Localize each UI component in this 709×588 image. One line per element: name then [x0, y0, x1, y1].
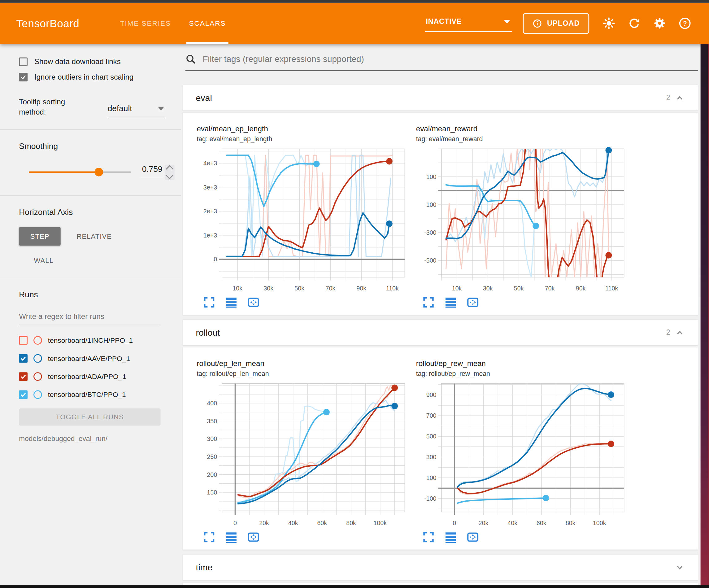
chart-toolbar — [422, 296, 629, 308]
tab-scalars[interactable]: SCALARS — [180, 3, 235, 44]
run-checkbox[interactable] — [19, 372, 28, 381]
fit-domain-icon[interactable] — [247, 296, 259, 308]
toggle-all-runs-button[interactable]: TOGGLE ALL RUNS — [19, 408, 160, 426]
stepper-down-icon[interactable] — [166, 172, 174, 179]
info-icon — [532, 18, 542, 28]
expand-chart-icon[interactable] — [203, 296, 215, 308]
run-row-1inch[interactable]: tensorboard/1INCH/PPO_1 — [19, 331, 181, 349]
expand-chart-icon[interactable] — [203, 531, 215, 543]
section-body-eval: eval/mean_ep_length tag: eval/mean_ep_le… — [183, 112, 698, 315]
line-chart[interactable]: -100100300500700900020k40k60k80k100k — [416, 379, 629, 529]
line-chart[interactable]: 150200250300350400020k40k60k80k100k — [196, 379, 409, 529]
smoothing-label: Smoothing — [19, 142, 181, 151]
svg-text:70k: 70k — [325, 285, 335, 292]
refresh-icon[interactable] — [628, 17, 640, 29]
section-body-rollout: rollout/ep_len_mean tag: rollout/ep_len_… — [183, 347, 698, 550]
section-header-eval[interactable]: eval 2 — [183, 84, 698, 111]
run-row-aave[interactable]: tensorboard/AAVE/PPO_1 — [19, 349, 181, 367]
collapse-chevron-icon — [674, 562, 685, 572]
show-download-links-checkbox[interactable] — [19, 58, 28, 66]
axis-option-step[interactable]: STEP — [19, 227, 61, 246]
section-header-rollout[interactable]: rollout 2 — [183, 319, 698, 346]
run-color-circle[interactable] — [33, 390, 42, 399]
smoothing-stepper[interactable] — [165, 164, 175, 180]
svg-text:0: 0 — [233, 519, 237, 527]
chart-title: eval/mean_reward — [416, 125, 629, 133]
smoothing-value-input[interactable]: 0.759 — [141, 164, 164, 178]
main-content: eval 2 eval/mean_ep_length tag: eval/mea… — [181, 44, 700, 585]
ignore-outliers-checkbox[interactable] — [19, 73, 28, 81]
tab-time-series[interactable]: TIME SERIES — [111, 3, 180, 44]
svg-text:1e+3: 1e+3 — [203, 232, 217, 239]
svg-text:0: 0 — [453, 519, 456, 527]
fit-domain-icon[interactable] — [247, 531, 259, 543]
run-row-ada[interactable]: tensorboard/ADA/PPO_1 — [19, 367, 181, 385]
axis-option-wall[interactable]: WALL — [34, 253, 181, 267]
svg-text:70k: 70k — [545, 285, 555, 292]
settings-sidebar: Show data download links Ignore outliers… — [0, 44, 181, 585]
runs-table-icon[interactable] — [225, 531, 237, 543]
run-checkbox[interactable] — [19, 354, 28, 363]
chart-tag: tag: eval/mean_reward — [416, 135, 629, 143]
smoothing-slider[interactable] — [29, 172, 131, 173]
svg-text:100: 100 — [426, 173, 437, 180]
svg-text:300: 300 — [426, 454, 437, 460]
upload-button[interactable]: UPLOAD — [523, 13, 589, 34]
line-chart[interactable]: 100-100-300-50010k30k50k70k90k110k — [416, 144, 629, 295]
run-checkbox[interactable] — [19, 336, 28, 344]
expand-chart-icon[interactable] — [422, 296, 435, 308]
settings-gear-icon[interactable] — [654, 17, 666, 29]
runs-table-icon[interactable] — [225, 296, 237, 308]
run-row-btc[interactable]: tensorboard/BTC/PPO_1 — [19, 385, 181, 404]
svg-text:50k: 50k — [294, 285, 304, 292]
status-dropdown[interactable]: INACTIVE — [425, 15, 512, 32]
section-title: rollout — [196, 327, 220, 338]
show-download-links-row[interactable]: Show data download links — [19, 58, 181, 66]
runs-list: tensorboard/1INCH/PPO_1 tensorboard/AAVE… — [0, 331, 181, 404]
chart-card-eval-mean-ep-length: eval/mean_ep_length tag: eval/mean_ep_le… — [196, 125, 409, 309]
brightness-icon[interactable] — [603, 17, 615, 29]
run-checkbox[interactable] — [19, 390, 28, 399]
run-color-circle[interactable] — [33, 372, 42, 381]
chart-title: eval/mean_ep_length — [196, 125, 409, 133]
fit-domain-icon[interactable] — [467, 296, 479, 308]
run-color-circle[interactable] — [33, 354, 42, 363]
tooltip-sorting-select[interactable]: default — [107, 104, 165, 117]
smoothing-slider-thumb[interactable] — [95, 168, 103, 177]
section-count: 2 — [666, 328, 670, 336]
smoothing-control: 0.759 — [29, 164, 181, 180]
svg-text:90k: 90k — [576, 285, 586, 292]
expand-chart-icon[interactable] — [422, 531, 435, 543]
chevron-down-icon — [158, 107, 164, 110]
tag-filter-row — [185, 54, 698, 71]
line-chart[interactable]: 01e+32e+33e+34e+310k30k50k70k90k110k — [196, 144, 409, 295]
svg-text:30k: 30k — [483, 285, 493, 292]
tag-filter-input[interactable] — [202, 54, 698, 65]
app-header: TensorBoard TIME SERIES SCALARS INACTIVE… — [0, 3, 709, 44]
chart-toolbar — [203, 531, 409, 543]
tensorboard-screen: TensorBoard TIME SERIES SCALARS INACTIVE… — [0, 0, 709, 588]
runs-table-icon[interactable] — [445, 531, 457, 543]
svg-text:-100: -100 — [424, 495, 436, 502]
chart-title: rollout/ep_rew_mean — [416, 359, 629, 368]
runs-filter-input[interactable] — [19, 310, 160, 325]
app-title: TensorBoard — [17, 17, 80, 30]
section-header-time[interactable]: time — [183, 554, 698, 580]
run-label: tensorboard/AAVE/PPO_1 — [48, 355, 130, 363]
svg-text:60k: 60k — [536, 519, 547, 527]
run-color-circle[interactable] — [33, 336, 42, 344]
svg-text:110k: 110k — [605, 285, 618, 292]
header-icon-buttons: ? — [603, 17, 691, 29]
axis-option-relative[interactable]: RELATIVE — [65, 227, 123, 246]
help-icon[interactable]: ? — [679, 17, 691, 29]
svg-text:4e+3: 4e+3 — [203, 160, 217, 167]
runs-table-icon[interactable] — [445, 296, 457, 308]
svg-text:-500: -500 — [424, 257, 436, 264]
svg-text:90k: 90k — [357, 285, 366, 292]
fit-domain-icon[interactable] — [467, 531, 479, 543]
svg-text:700: 700 — [426, 412, 437, 419]
section-count: 2 — [666, 94, 670, 102]
ignore-outliers-row[interactable]: Ignore outliers in chart scaling — [19, 73, 181, 81]
smoothing-value-box: 0.759 — [141, 164, 175, 180]
divider — [0, 277, 181, 278]
